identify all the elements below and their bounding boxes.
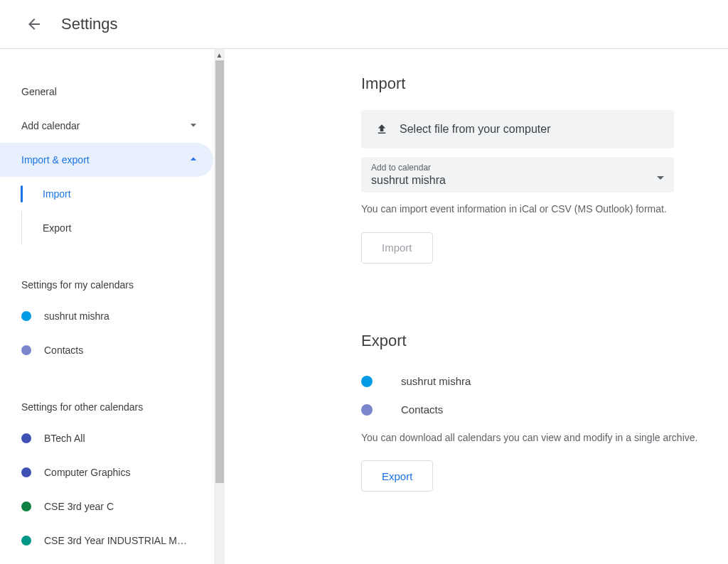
- calendar-color-dot: [21, 467, 31, 477]
- calendar-name: sushrut mishra: [44, 310, 109, 322]
- header: Settings: [0, 0, 728, 49]
- other-calendar-item[interactable]: CSE 3rd year C: [0, 489, 213, 524]
- upload-icon: [375, 123, 388, 136]
- page-title: Settings: [61, 15, 118, 33]
- file-upload-label: Select file from your computer: [400, 123, 551, 136]
- nav-label: Import & export: [21, 154, 90, 166]
- import-title: Import: [361, 75, 674, 93]
- calendar-name: sushrut mishra: [401, 375, 471, 387]
- nav-import-export[interactable]: Import & export: [0, 143, 213, 177]
- calendar-name: Contacts: [44, 345, 83, 356]
- calendar-color-dot: [21, 311, 31, 321]
- calendar-color-dot: [361, 376, 373, 387]
- calendar-color-dot: [21, 501, 31, 511]
- other-calendar-item[interactable]: CSE 3rd Year INDUSTRIAL M…: [0, 524, 213, 558]
- calendar-name: BTech All: [44, 433, 85, 444]
- file-upload-button[interactable]: Select file from your computer: [361, 110, 674, 148]
- import-helper-text: You can import event information in iCal…: [361, 202, 674, 217]
- chevron-down-icon: [186, 118, 200, 134]
- nav-general[interactable]: General: [0, 75, 213, 109]
- nav-add-calendar[interactable]: Add calendar: [0, 109, 213, 143]
- export-helper-text: You can download all calendars you can v…: [361, 431, 728, 445]
- sidebar-scrollbar[interactable]: ▲: [213, 49, 225, 564]
- calendar-name: Contacts: [401, 403, 443, 416]
- nav-label: Export: [43, 222, 71, 234]
- calendar-color-dot: [21, 536, 31, 546]
- my-calendar-item[interactable]: sushrut mishra: [0, 299, 213, 333]
- subnav-export[interactable]: Export: [0, 211, 213, 245]
- calendar-name: CSE 3rd year C: [44, 501, 114, 512]
- my-calendar-item[interactable]: Contacts: [0, 333, 213, 367]
- add-to-calendar-select[interactable]: Add to calendar sushrut mishra: [361, 157, 674, 192]
- other-calendar-item[interactable]: Computer Graphics: [0, 455, 213, 489]
- scroll-up-icon[interactable]: ▲: [214, 49, 225, 60]
- export-button[interactable]: Export: [361, 460, 433, 492]
- nav-label: Add calendar: [21, 120, 80, 131]
- back-button[interactable]: [20, 10, 48, 38]
- calendar-color-dot: [361, 404, 373, 416]
- chevron-up-icon: [186, 152, 200, 168]
- export-calendar-row: sushrut mishra: [361, 367, 728, 396]
- button-label: Export: [382, 470, 412, 482]
- import-button[interactable]: Import: [361, 232, 433, 264]
- other-calendars-heading: Settings for other calendars: [0, 393, 213, 421]
- arrow-left-icon: [26, 16, 43, 33]
- calendar-name: Computer Graphics: [44, 467, 130, 478]
- other-calendar-item[interactable]: BTech All: [0, 421, 213, 455]
- scroll-thumb[interactable]: [215, 60, 224, 483]
- export-title: Export: [361, 332, 728, 350]
- my-calendars-heading: Settings for my calendars: [0, 271, 213, 299]
- calendar-color-dot: [21, 345, 31, 355]
- subnav-import[interactable]: Import: [0, 177, 213, 211]
- calendar-name: CSE 3rd Year INDUSTRIAL M…: [44, 535, 187, 546]
- export-calendar-row: Contacts: [361, 396, 728, 424]
- main-content: Import Select file from your computer Ad…: [225, 49, 728, 564]
- sidebar: General Add calendar Import & export Imp…: [0, 49, 213, 564]
- nav-label: Import: [43, 188, 71, 200]
- add-to-calendar-label: Add to calendar: [371, 163, 446, 173]
- nav-label: General: [21, 86, 57, 97]
- calendar-color-dot: [21, 433, 31, 443]
- button-label: Import: [382, 242, 412, 254]
- dropdown-icon: [657, 170, 664, 183]
- add-to-calendar-value: sushrut mishra: [371, 174, 446, 187]
